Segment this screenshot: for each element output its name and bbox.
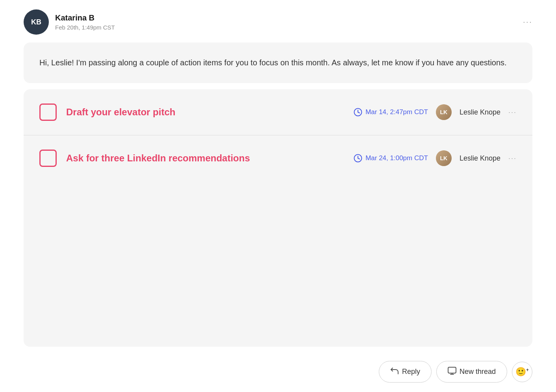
assignee-name-2: Leslie Knope (460, 154, 500, 163)
task-checkbox-1[interactable] (39, 104, 57, 121)
sender-date: Feb 20th, 1:49pm CST (55, 24, 115, 31)
task-label-2: Ask for three LinkedIn recommendations (66, 152, 344, 164)
sender-avatar: KB (24, 9, 49, 35)
sender-name: Katarina B (55, 13, 115, 22)
svg-rect-6 (448, 367, 456, 373)
task-label-1: Draft your elevator pitch (66, 106, 344, 118)
more-options-button[interactable]: ··· (523, 17, 532, 27)
assignee-name-1: Leslie Knope (460, 108, 500, 116)
new-thread-button[interactable]: New thread (436, 361, 507, 383)
task-due-date-2: Mar 24, 1:00pm CDT (354, 154, 428, 163)
message-card: Hi, Leslie! I'm passing along a couple o… (24, 43, 532, 83)
reply-icon (390, 367, 399, 377)
clock-icon-2 (354, 154, 362, 163)
new-thread-label: New thread (460, 368, 496, 376)
svg-line-2 (358, 112, 360, 113)
task-more-button-1[interactable]: ··· (508, 108, 517, 116)
task-meta-1: Mar 14, 2:47pm CDT LK Leslie Knope ··· (354, 104, 517, 120)
task-checkbox-2[interactable] (39, 150, 57, 167)
reply-label: Reply (402, 368, 420, 376)
footer-actions: Reply New thread 🙂+ (24, 355, 532, 383)
emoji-icon: 🙂+ (515, 367, 529, 377)
assignee-avatar-1: LK (436, 104, 452, 120)
task-meta-2: Mar 24, 1:00pm CDT LK Leslie Knope ··· (354, 150, 517, 166)
emoji-reaction-button[interactable]: 🙂+ (512, 362, 532, 382)
tasks-card: Draft your elevator pitch Mar 14, 2:47pm… (24, 89, 532, 347)
message-body: Hi, Leslie! I'm passing along a couple o… (39, 57, 517, 69)
reply-button[interactable]: Reply (379, 361, 432, 383)
task-item: Draft your elevator pitch Mar 14, 2:47pm… (24, 89, 532, 135)
task-due-date-1: Mar 14, 2:47pm CDT (354, 108, 428, 116)
sender-info: KB Katarina B Feb 20th, 1:49pm CST (24, 9, 115, 35)
new-thread-icon (448, 367, 456, 377)
svg-line-5 (358, 158, 360, 159)
assignee-avatar-2: LK (436, 150, 452, 166)
sender-details: Katarina B Feb 20th, 1:49pm CST (55, 13, 115, 31)
task-more-button-2[interactable]: ··· (508, 154, 517, 163)
clock-icon-1 (354, 108, 362, 116)
message-header: KB Katarina B Feb 20th, 1:49pm CST ··· (24, 9, 532, 35)
task-item: Ask for three LinkedIn recommendations M… (24, 135, 532, 181)
